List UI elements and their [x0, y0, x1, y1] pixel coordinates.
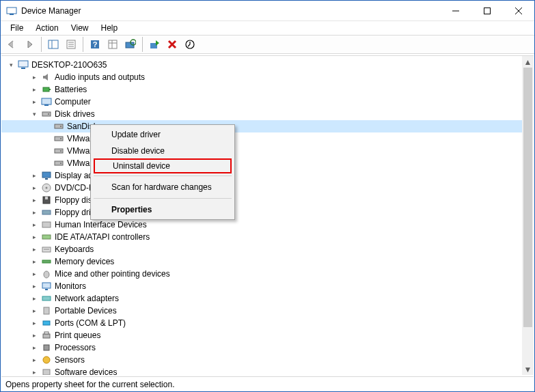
menu-file[interactable]: File	[5, 22, 29, 34]
menu-view[interactable]: View	[66, 22, 94, 34]
chevron-right-icon[interactable]: ▸	[29, 342, 40, 353]
chevron-right-icon[interactable]: ▸	[29, 84, 40, 95]
chevron-down-icon[interactable]: ▾	[29, 109, 40, 120]
vertical-scrollbar[interactable]: ▲ ▼	[522, 56, 534, 375]
forward-button[interactable]	[21, 36, 38, 53]
tree-category-row[interactable]: ▸ Print queues	[1, 329, 522, 341]
svg-rect-31	[55, 137, 63, 141]
ctx-properties[interactable]: Properties	[92, 201, 233, 218]
chevron-right-icon[interactable]: ▸	[29, 367, 40, 375]
menu-action[interactable]: Action	[30, 22, 64, 34]
svg-rect-21	[18, 61, 28, 67]
tree-device-row[interactable]: VMware	[1, 132, 522, 145]
battery-icon	[41, 84, 52, 95]
svg-rect-22	[21, 68, 25, 69]
tree-category-row[interactable]: ▸ DVD/CD-ROM drives	[1, 182, 522, 194]
chevron-right-icon[interactable]: ▸	[29, 330, 40, 341]
disk-icon	[53, 158, 64, 169]
network-icon	[41, 293, 52, 304]
properties-button[interactable]	[63, 36, 79, 53]
tree-category-row[interactable]: ▸ Memory devices	[1, 255, 522, 268]
svg-rect-57	[44, 345, 49, 350]
tree-category-row[interactable]: ▸ Network adapters	[1, 292, 522, 305]
chevron-right-icon[interactable]: ▸	[29, 293, 40, 304]
details-button[interactable]	[105, 36, 121, 53]
tree-root-row[interactable]: ▾ DESKTOP-210O635	[1, 59, 522, 71]
chevron-right-icon[interactable]: ▸	[29, 182, 40, 193]
tree-device-row[interactable]: VMware	[1, 145, 522, 157]
tree-category-row[interactable]: ▸ Software devices	[1, 366, 522, 375]
maximize-button[interactable]	[471, 1, 503, 21]
tree-category-row[interactable]: ▸ Audio inputs and outputs	[1, 71, 522, 83]
chevron-right-icon[interactable]: ▸	[29, 219, 40, 230]
scan-hardware-button[interactable]	[122, 36, 139, 53]
tree-category-row[interactable]: ▸ Floppy disk drives	[1, 194, 522, 206]
back-button[interactable]	[3, 36, 20, 53]
tree-category-row[interactable]: ▾ Disk drives	[1, 108, 522, 120]
tree-category-row[interactable]: ▸ Computer	[1, 96, 522, 108]
menubar: File Action View Help	[1, 21, 534, 35]
svg-rect-45	[42, 235, 51, 239]
context-menu: Update driver Disable device Uninstall d…	[90, 124, 235, 220]
minimize-button[interactable]	[440, 1, 471, 21]
tree-category-row[interactable]: ▸ Human Interface Devices	[1, 219, 522, 231]
tree-category-row[interactable]: ▸ Batteries	[1, 83, 522, 96]
help-button[interactable]: ?	[87, 36, 103, 53]
scroll-down-arrow-icon[interactable]: ▼	[522, 363, 534, 375]
svg-rect-59	[43, 369, 50, 375]
tree-category-row[interactable]: ▸ Portable Devices	[1, 305, 522, 317]
svg-rect-42	[45, 197, 48, 199]
menu-help[interactable]: Help	[96, 22, 124, 34]
chevron-right-icon[interactable]: ▸	[29, 318, 40, 328]
svg-rect-37	[42, 172, 51, 178]
tree-category-row[interactable]: ▸ Monitors	[1, 280, 522, 292]
ctx-disable-device[interactable]: Disable device	[92, 143, 233, 159]
ctx-scan-hardware[interactable]: Scan for hardware changes	[92, 179, 233, 195]
chevron-right-icon[interactable]: ▸	[29, 207, 40, 218]
svg-rect-52	[42, 296, 51, 300]
scrollbar-thumb[interactable]	[523, 68, 532, 327]
chevron-right-icon[interactable]: ▸	[29, 232, 40, 242]
chevron-right-icon[interactable]: ▸	[29, 256, 40, 267]
hid-icon	[41, 219, 52, 230]
statusbar: Opens property sheet for the current sel…	[1, 376, 534, 391]
tree-category-row[interactable]: ▸ Sensors	[1, 354, 522, 366]
chevron-right-icon[interactable]: ▸	[29, 195, 40, 206]
svg-point-49	[44, 271, 49, 278]
tree-category-row[interactable]: ▸ Keyboards	[1, 243, 522, 255]
svg-rect-55	[43, 334, 50, 338]
tree-device-row[interactable]: SanDisk	[1, 120, 522, 132]
scroll-up-arrow-icon[interactable]: ▲	[522, 56, 534, 68]
chevron-right-icon[interactable]: ▸	[29, 281, 40, 292]
close-button[interactable]	[503, 1, 534, 21]
uninstall-button[interactable]	[164, 36, 180, 53]
tree-viewport[interactable]: ▾ DESKTOP-210O635 ▸ Audio inputs and out…	[1, 56, 522, 375]
update-driver-button[interactable]	[182, 36, 198, 53]
chevron-right-icon[interactable]: ▸	[29, 305, 40, 316]
toolbar: ?	[1, 35, 534, 54]
chevron-right-icon[interactable]: ▸	[29, 96, 40, 107]
tree-category-row[interactable]: ▸ Display adapters	[1, 169, 522, 182]
chevron-right-icon[interactable]: ▸	[29, 354, 40, 365]
device-manager-icon	[6, 5, 17, 16]
chevron-right-icon[interactable]: ▸	[29, 170, 40, 181]
chevron-right-icon[interactable]: ▸	[29, 72, 40, 83]
enable-device-button[interactable]	[146, 36, 163, 53]
tree-category-row[interactable]: ▸ IDE ATA/ATAPI controllers	[1, 231, 522, 243]
ctx-uninstall-device[interactable]: Uninstall device	[94, 158, 232, 173]
tree-category-row[interactable]: ▸ Processors	[1, 341, 522, 354]
svg-rect-56	[44, 332, 49, 334]
chevron-right-icon[interactable]: ▸	[29, 268, 40, 279]
svg-point-28	[48, 113, 49, 115]
tree-category-row[interactable]: ▸ Mice and other pointing devices	[1, 268, 522, 280]
ctx-update-driver[interactable]: Update driver	[92, 126, 233, 143]
tree-category-row[interactable]: ▸ Floppy drive controllers	[1, 206, 522, 219]
tree-category-row[interactable]: ▸ Ports (COM & LPT)	[1, 317, 522, 329]
svg-point-32	[60, 138, 61, 139]
memory-icon	[41, 256, 52, 267]
svg-point-36	[60, 163, 61, 164]
chevron-down-icon[interactable]: ▾	[5, 59, 16, 70]
tree-device-row[interactable]: VMware	[1, 157, 522, 169]
chevron-right-icon[interactable]: ▸	[29, 244, 40, 255]
show-hide-console-tree-button[interactable]	[45, 36, 61, 53]
